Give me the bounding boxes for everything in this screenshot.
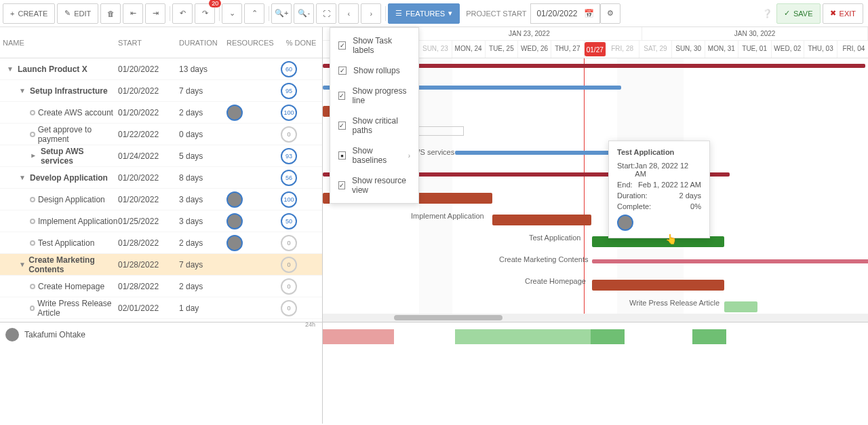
avatar xyxy=(226,213,243,229)
task-row[interactable]: Write Press Release Article02/01/20221 d… xyxy=(0,297,322,319)
task-duration: 8 days xyxy=(179,173,226,183)
leaf-icon xyxy=(30,219,35,224)
features-button[interactable]: ☰ FEATURES ▾ xyxy=(388,3,460,24)
task-row[interactable]: ▼Setup AWS services01/24/20225 days93 xyxy=(0,145,322,167)
bar-marketing-contents[interactable] xyxy=(592,259,868,263)
indent-button[interactable]: ⇤ xyxy=(123,3,143,24)
bar-setup-aws-services[interactable] xyxy=(455,151,620,155)
collapse-all-button[interactable]: ⌃ xyxy=(244,3,264,24)
bar-press-release[interactable] xyxy=(724,301,757,312)
leaf-icon xyxy=(30,306,35,311)
expand-all-button[interactable]: ⌄ xyxy=(222,3,242,24)
day-cell: FRI, 28 xyxy=(606,41,639,58)
menu-show-resource-view[interactable]: Show resource view xyxy=(330,170,418,200)
tooltip-title: Test Application xyxy=(617,148,701,156)
task-duration: 5 days xyxy=(179,151,226,161)
help-icon[interactable]: ❔ xyxy=(762,9,772,18)
caret-down-icon[interactable]: ▼ xyxy=(19,261,26,268)
task-row[interactable]: Test Application01/28/20222 days0 xyxy=(0,232,322,254)
caret-down-icon[interactable]: ▼ xyxy=(19,87,27,94)
col-header-start[interactable]: START xyxy=(118,39,179,47)
project-start-date[interactable]: 01/20/2022 📅 xyxy=(530,3,600,24)
menu-show-progress-line[interactable]: Show progress line xyxy=(330,81,418,111)
tooltip-dur-value: 2 days xyxy=(679,191,701,200)
settings-button[interactable]: ⚙ xyxy=(600,3,620,24)
task-row[interactable]: Design Application01/20/20223 days100 xyxy=(0,189,322,210)
menu-show-rollups[interactable]: Show rollups xyxy=(330,60,418,81)
bar-create-homepage[interactable] xyxy=(592,280,724,291)
horizontal-scrollbar[interactable] xyxy=(323,314,868,322)
exit-button[interactable]: ✖ EXIT xyxy=(823,3,863,24)
bar-implement-application[interactable] xyxy=(492,215,591,225)
task-row[interactable]: Implement Application01/25/20223 days50 xyxy=(0,210,322,232)
resource-bar[interactable] xyxy=(455,329,591,344)
tooltip-avatar xyxy=(617,215,633,231)
col-header-done[interactable]: % DONE xyxy=(281,39,321,47)
task-row[interactable]: Create AWS account01/20/20222 days100 xyxy=(0,102,322,124)
day-cell: MON, 31 xyxy=(705,41,738,58)
next-button[interactable]: › xyxy=(361,3,381,24)
bar-label: Write Press Release Article xyxy=(629,299,719,307)
resource-bar[interactable] xyxy=(323,329,394,344)
weekend-bg xyxy=(419,58,452,322)
zoom-fit-button[interactable]: ⛶ xyxy=(316,3,336,24)
scrollbar-thumb[interactable] xyxy=(394,315,502,320)
task-pct: 95 xyxy=(281,83,321,99)
pct-ring: 50 xyxy=(281,213,297,229)
resource-panel: Takafumi Ohtake 24h xyxy=(0,322,868,424)
zoom-in-button[interactable]: 🔍+ xyxy=(271,3,292,24)
task-pct: 0 xyxy=(281,278,321,295)
bar-label: Implement Application xyxy=(411,212,484,220)
checkbox-icon xyxy=(338,67,347,75)
task-start: 01/20/2022 xyxy=(118,86,179,96)
edit-button[interactable]: ✎ EDIT xyxy=(57,3,98,24)
task-duration: 3 days xyxy=(179,217,226,226)
caret-right-icon[interactable]: ▼ xyxy=(30,152,38,160)
caret-down-icon[interactable]: ▼ xyxy=(19,174,27,181)
month-cell: JAN 23, 2022 xyxy=(417,27,643,40)
resource-timeline[interactable]: 24h xyxy=(323,322,868,424)
tooltip-comp-value: 0% xyxy=(690,202,701,210)
menu-show-task-labels[interactable]: Show Task labels xyxy=(330,31,418,60)
task-name: Test Application xyxy=(38,238,94,248)
create-button[interactable]: + CREATE xyxy=(3,3,55,24)
bar-label: Create Homepage xyxy=(525,277,586,285)
caret-down-icon[interactable]: ▼ xyxy=(7,65,15,73)
zoom-out-button[interactable]: 🔍- xyxy=(294,3,314,24)
task-row[interactable]: ▼Setup Infrastructure01/20/20227 days95 xyxy=(0,80,322,102)
task-row[interactable]: Create Homepage01/28/20222 days0 xyxy=(0,276,322,297)
task-start: 02/01/2022 xyxy=(118,303,179,313)
col-header-duration[interactable]: DURATION xyxy=(179,39,226,47)
prev-button[interactable]: ‹ xyxy=(338,3,359,24)
checkbox-icon xyxy=(338,92,345,100)
task-pct: 0 xyxy=(281,126,321,143)
task-row[interactable]: ▼Develop Application01/20/20228 days56 xyxy=(0,167,322,189)
menu-show-critical-paths[interactable]: Show critical paths xyxy=(330,111,418,141)
outdent-button[interactable]: ⇥ xyxy=(145,3,165,24)
task-row[interactable]: ▼Create Marketing Contents01/28/20227 da… xyxy=(0,254,322,276)
col-header-resources[interactable]: RESOURCES xyxy=(226,39,281,47)
menu-show-baselines[interactable]: Show baselines› xyxy=(330,141,418,170)
tooltip-start-value: Jan 28, 2022 12 AM xyxy=(635,162,701,178)
task-resources xyxy=(226,235,281,251)
delete-button[interactable]: 🗑 xyxy=(100,3,121,24)
save-button[interactable]: ✓ SAVE xyxy=(776,3,821,24)
day-cell: WED, 02 xyxy=(772,41,805,58)
menu-label: Show resource view xyxy=(352,176,410,195)
resource-bar[interactable] xyxy=(692,329,726,344)
day-cell: TUE, 25 xyxy=(486,41,519,58)
task-duration: 0 days xyxy=(179,130,226,139)
task-pct: 56 xyxy=(281,170,321,186)
resource-bar[interactable] xyxy=(591,329,625,344)
col-header-name[interactable]: NAME xyxy=(0,39,118,47)
exit-label: EXIT xyxy=(840,10,856,18)
task-row[interactable]: Get approve to payment01/22/20220 days0 xyxy=(0,124,322,145)
undo-button[interactable]: ↶ xyxy=(172,3,193,24)
task-name: Create Marketing Contents xyxy=(28,255,118,274)
checkbox-icon xyxy=(338,41,346,50)
date-value: 01/20/2022 xyxy=(536,9,577,18)
resource-row[interactable]: Takafumi Ohtake xyxy=(5,328,317,341)
task-start: 01/25/2022 xyxy=(118,217,179,226)
task-row[interactable]: ▼Launch Product X01/20/202213 days60 xyxy=(0,58,322,80)
day-cell: SAT, 29 xyxy=(639,41,673,58)
